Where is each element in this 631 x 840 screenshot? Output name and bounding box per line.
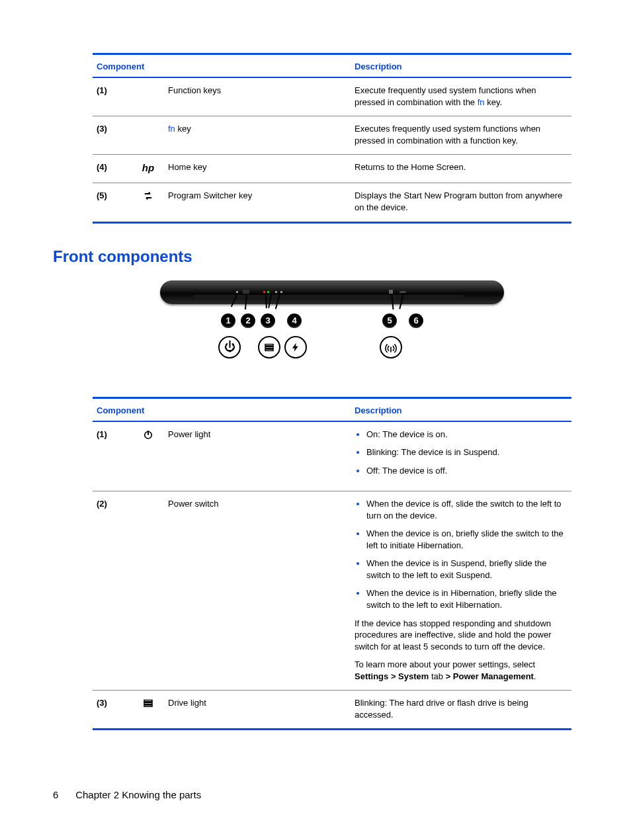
component-description: Displays the Start New Program button fr… [351,183,571,222]
row-icon [132,77,164,116]
th-component: Component [93,398,351,421]
callout-bubble: 2 [241,314,255,328]
chapter-label: Chapter 2 Knowing the parts [75,789,201,800]
component-description: On: The device is on. Blinking: The devi… [351,421,571,491]
list-item: When the device is in Hibernation, brief… [366,587,568,610]
component-name: Power switch [164,491,351,691]
program-switcher-icon [132,183,164,222]
hp-logo-icon: hp [132,155,164,183]
battery-icon [284,336,307,358]
paragraph: If the device has stopped responding and… [355,618,568,653]
table-row: (1) Function keys Execute frequently use… [93,77,571,116]
component-name: Drive light [164,691,351,730]
row-icon [132,491,164,691]
list-item: On: The device is on. [366,429,568,441]
row-number: (1) [93,77,132,116]
section-heading: Front components [53,247,578,266]
page-footer: 6 Chapter 2 Knowing the parts [53,789,201,800]
th-component: Component [93,54,351,78]
component-name: Home key [164,155,351,183]
table-row: (1) Power light On: The device is on. Bl… [93,421,571,491]
component-description: Executes frequently used system function… [351,116,571,155]
row-number: (3) [93,691,132,730]
th-description: Description [351,398,571,421]
drive-icon [132,691,164,730]
table-row: (4) hp Home key Returns to the Home Scre… [93,155,571,183]
list-item: When the device is in Suspend, briefly s… [366,558,568,581]
th-description: Description [351,54,571,78]
component-name: Power light [164,421,351,491]
page-number: 6 [53,789,73,800]
components-table-2: Component Description (1) Power light On… [93,397,571,731]
row-number: (5) [93,183,132,222]
drive-icon [258,336,280,358]
list-item: Blinking: The device is in Suspend. [366,446,568,458]
callout-bubble: 1 [221,314,235,328]
component-description: Blinking: The hard drive or flash drive … [351,691,571,730]
list-item: When the device is off, slide the switch… [366,498,568,521]
row-number: (1) [93,421,132,491]
callout-bubble: 6 [409,314,423,328]
list-item: When the device is on, briefly slide the… [366,528,568,551]
table-row: (3) Drive light Blinking: The hard drive… [93,691,571,730]
table-row: (5) Program Switcher key Displays the St… [93,183,571,222]
table-row: (3) fn key Executes frequently used syst… [93,116,571,155]
component-name: Program Switcher key [164,183,351,222]
power-icon: ⏻ [218,336,241,358]
callout-bubble: 3 [261,314,275,328]
row-icon [132,116,164,155]
components-table-1: Component Description (1) Function keys … [93,53,571,224]
paragraph: To learn more about your power settings,… [355,659,568,682]
wireless-icon [380,336,402,358]
table-row: (2) Power switch When the device is off,… [93,491,571,691]
component-name: Function keys [164,77,351,116]
component-description: Returns to the Home Screen. [351,155,571,183]
row-number: (2) [93,491,132,691]
callout-bubble: 4 [287,314,302,328]
power-icon [132,421,164,491]
front-components-diagram: 1 2 3 4 5 6 ⏻ [160,275,504,381]
component-description: Execute frequently used system functions… [351,77,571,116]
component-description: When the device is off, slide the switch… [351,491,571,691]
callout-bubble: 5 [382,314,397,328]
row-number: (3) [93,116,132,155]
list-item: Off: The device is off. [366,465,568,477]
row-number: (4) [93,155,132,183]
component-name: fn key [164,116,351,155]
